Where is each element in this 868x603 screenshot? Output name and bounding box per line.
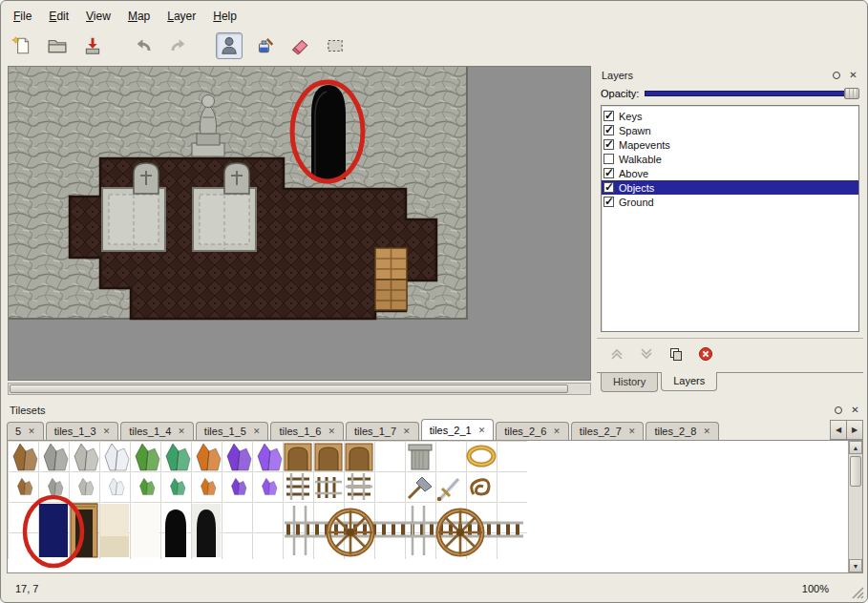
layer-row-keys[interactable]: ✓ Keys <box>602 109 858 123</box>
menu-file[interactable]: File <box>5 7 40 26</box>
tab-close-icon[interactable]: ✕ <box>253 427 261 436</box>
vscroll-thumb[interactable] <box>850 456 861 487</box>
tileset-vertical-scrollbar[interactable]: ▲ ▼ <box>848 441 862 572</box>
layer-row-mapevents[interactable]: ✓ Mapevents <box>602 137 858 152</box>
undo-button[interactable] <box>130 32 157 59</box>
layer-checkbox[interactable]: ✓ <box>603 197 614 207</box>
tilesets-panel: Tilesets ✕ 5✕ tiles_1_3✕ tiles_1_4✕ tile… <box>5 401 865 575</box>
tab-layers[interactable]: Layers <box>661 372 717 391</box>
tileset-tab-7[interactable]: tiles_2_6✕ <box>496 422 569 440</box>
fill-tool-button[interactable] <box>251 32 278 59</box>
open-folder-icon <box>47 35 68 56</box>
layer-label: Above <box>619 168 648 179</box>
tab-close-icon[interactable]: ✕ <box>553 427 561 436</box>
tileset-tab-3[interactable]: tiles_1_5✕ <box>196 422 269 440</box>
menu-map[interactable]: Map <box>119 7 159 26</box>
open-file-button[interactable] <box>44 32 71 59</box>
rect-select-icon <box>325 35 346 56</box>
tileset-tab-6[interactable]: tiles_2_1✕ <box>421 419 495 440</box>
fill-tool-icon <box>254 35 275 56</box>
tab-scroll-left-button[interactable]: ◀ <box>830 420 847 440</box>
tileset-tab-1[interactable]: tiles_1_3✕ <box>46 422 119 440</box>
layers-close-button[interactable]: ✕ <box>847 69 859 81</box>
stamp-tool-button[interactable] <box>216 32 243 59</box>
map-viewport[interactable] <box>8 66 591 381</box>
layer-row-spawn[interactable]: ✓ Spawn <box>602 123 858 137</box>
menu-edit[interactable]: Edit <box>40 7 77 26</box>
menu-view[interactable]: View <box>77 7 119 26</box>
tab-close-icon[interactable]: ✕ <box>178 427 185 436</box>
wooden-crates <box>375 248 407 310</box>
tileset-canvas[interactable] <box>8 441 848 571</box>
layer-label: Ground <box>619 197 654 208</box>
tab-close-icon[interactable]: ✕ <box>403 427 411 436</box>
layers-float-button[interactable] <box>830 69 842 81</box>
app-window: File Edit View Map Layer Help <box>0 0 868 603</box>
tab-close-icon[interactable]: ✕ <box>328 427 336 436</box>
tileset-tab-4[interactable]: tiles_1_6✕ <box>270 422 344 440</box>
layer-row-ground[interactable]: ✓ Ground <box>602 195 858 209</box>
gravestone-left <box>134 163 159 194</box>
duplicate-layer-button[interactable] <box>667 345 685 363</box>
layers-panel-header: Layers ✕ <box>599 68 859 82</box>
scroll-down-button[interactable]: ▼ <box>849 559 862 572</box>
save-button[interactable] <box>79 32 106 59</box>
tab-close-icon[interactable]: ✕ <box>703 427 710 436</box>
tab-history[interactable]: History <box>601 373 658 392</box>
move-layer-up-button[interactable] <box>608 345 625 363</box>
layer-checkbox[interactable]: ✓ <box>603 111 614 121</box>
layer-row-walkable[interactable]: ✓ Walkable <box>602 152 858 166</box>
delete-layer-button[interactable] <box>697 345 714 363</box>
opacity-slider[interactable] <box>645 87 859 100</box>
map-canvas[interactable] <box>9 67 590 380</box>
opacity-row: Opacity: <box>601 86 859 101</box>
tab-scroll-right-button[interactable]: ▶ <box>846 420 863 440</box>
opacity-slider-track[interactable] <box>645 91 859 96</box>
tileset-tab-2[interactable]: tiles_1_4✕ <box>120 422 194 440</box>
wagon-wheel-left <box>328 510 372 554</box>
chevron-down-icon <box>639 346 654 362</box>
eraser-tool-icon <box>289 35 310 56</box>
float-icon <box>835 406 842 414</box>
tab-close-icon[interactable]: ✕ <box>628 427 636 436</box>
layer-row-objects[interactable]: ✓ Objects <box>602 180 858 195</box>
layer-label: Mapevents <box>619 139 670 151</box>
layer-checkbox[interactable]: ✓ <box>603 139 614 150</box>
layer-checkbox[interactable]: ✓ <box>603 154 614 164</box>
statusbar: 17, 7 100% <box>1 575 867 602</box>
redo-button[interactable] <box>165 32 192 59</box>
map-horizontal-scrollbar[interactable] <box>8 383 591 395</box>
move-layer-down-button[interactable] <box>638 345 655 363</box>
tileset-tab-9[interactable]: tiles_2_8✕ <box>646 422 719 440</box>
tileset-tab-0[interactable]: 5✕ <box>7 422 44 440</box>
opacity-slider-handle[interactable] <box>844 88 859 99</box>
layer-row-above[interactable]: ✓ Above <box>602 166 858 180</box>
scroll-up-button[interactable]: ▲ <box>849 441 862 454</box>
hscroll-thumb[interactable] <box>10 385 568 393</box>
layers-panel: Layers ✕ Opacity: ✓ Keys ✓ Spawn ✓ <box>597 66 863 393</box>
layers-panel-tabs: History Layers <box>597 372 863 393</box>
eraser-tool-button[interactable] <box>286 32 313 59</box>
tilesets-float-button[interactable] <box>832 404 844 416</box>
close-icon: ✕ <box>849 71 857 80</box>
tab-close-icon[interactable]: ✕ <box>103 427 111 436</box>
tilesets-close-button[interactable]: ✕ <box>849 404 861 416</box>
rect-select-tool-button[interactable] <box>322 32 349 59</box>
resize-grip[interactable] <box>851 586 864 599</box>
layer-checkbox[interactable]: ✓ <box>603 182 614 193</box>
menu-layer[interactable]: Layer <box>159 7 204 26</box>
layer-checkbox[interactable]: ✓ <box>603 125 614 135</box>
menu-help[interactable]: Help <box>204 7 245 26</box>
stone-platform-right <box>193 188 256 251</box>
toolbar <box>9 30 357 62</box>
layer-checkbox[interactable]: ✓ <box>603 168 614 178</box>
stone-platform-left <box>102 188 165 251</box>
tab-close-icon[interactable]: ✕ <box>478 426 486 435</box>
tileset-tab-8[interactable]: tiles_2_7✕ <box>571 422 645 440</box>
cream-tile-shade <box>100 536 129 557</box>
selected-tile[interactable] <box>39 504 68 557</box>
tab-close-icon[interactable]: ✕ <box>28 427 35 436</box>
new-file-button[interactable] <box>9 32 35 59</box>
tileset-tab-5[interactable]: tiles_1_7✕ <box>346 422 419 440</box>
tab-scroll-arrows: ◀ ▶ <box>831 420 863 440</box>
